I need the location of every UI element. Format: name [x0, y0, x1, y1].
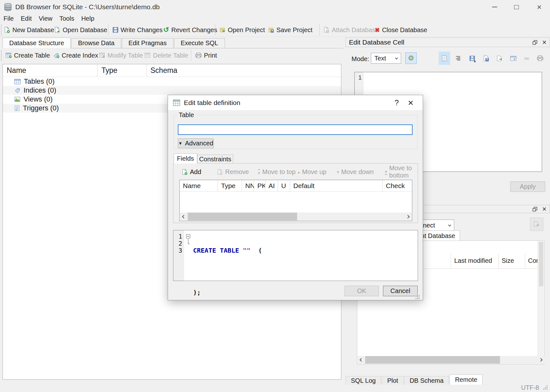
- print-button[interactable]: Print: [195, 49, 217, 61]
- col-nn[interactable]: NN: [242, 180, 254, 192]
- minimize-button[interactable]: [487, 2, 502, 12]
- scrollbar-thumb[interactable]: [365, 356, 500, 364]
- autoswitch-mode-button[interactable]: ⚙: [405, 52, 417, 64]
- scrollbar-thumb[interactable]: [539, 242, 543, 286]
- scroll-left-icon[interactable]: [180, 213, 188, 220]
- move-to-top-button[interactable]: ▴ Move to top: [258, 167, 296, 177]
- word-wrap-icon: [455, 56, 461, 61]
- horizontal-scrollbar[interactable]: [358, 356, 545, 364]
- sql-code: CREATE TABLE "" ( );: [193, 233, 262, 310]
- views-icon: [14, 97, 20, 102]
- move-to-bottom-icon: ▾: [385, 169, 387, 175]
- col-name[interactable]: Name: [180, 180, 218, 192]
- toolbar-drag-handle[interactable]: [1, 50, 2, 61]
- new-database-button[interactable]: New Database: [4, 24, 54, 36]
- scroll-right-icon[interactable]: [537, 356, 545, 364]
- toolbar-drag-handle[interactable]: [1, 24, 2, 35]
- remote-header-commit[interactable]: Commit: [528, 257, 538, 264]
- remove-field-button[interactable]: Remove: [218, 167, 249, 177]
- mode-combobox[interactable]: Text: [371, 53, 401, 64]
- save-project-button[interactable]: Save Project: [268, 24, 312, 36]
- add-field-button[interactable]: Add: [182, 167, 201, 177]
- cancel-button[interactable]: Cancel: [383, 286, 418, 296]
- tab-edit-pragmas[interactable]: Edit Pragmas: [122, 38, 173, 48]
- tab-fields[interactable]: Fields: [174, 153, 197, 164]
- create-index-button[interactable]: Create Index: [53, 49, 98, 61]
- window-resize-grip[interactable]: [547, 385, 547, 386]
- float-panel-icon[interactable]: [533, 40, 537, 45]
- create-table-button[interactable]: Create Table: [6, 49, 50, 61]
- fields-horizontal-scrollbar[interactable]: [180, 213, 412, 220]
- scroll-right-icon[interactable]: [404, 213, 412, 220]
- col-default[interactable]: Default: [290, 180, 383, 192]
- delete-table-button[interactable]: Delete Table: [145, 49, 188, 61]
- tab-constraints[interactable]: Constraints: [197, 155, 233, 163]
- code-fold-icon[interactable]: [186, 234, 190, 238]
- menu-edit[interactable]: Edit: [17, 15, 35, 22]
- write-changes-button[interactable]: Write Changes: [113, 24, 163, 36]
- write-changes-icon: [113, 27, 118, 33]
- move-up-button[interactable]: ▴ Move up: [298, 167, 326, 177]
- column-divider: [525, 254, 525, 269]
- sql-preview: 1 2 3 CREATE TABLE "" ( );: [173, 230, 418, 281]
- menu-help[interactable]: Help: [78, 15, 98, 22]
- menu-tools[interactable]: Tools: [56, 15, 78, 22]
- scrollbar-thumb[interactable]: [188, 213, 297, 220]
- fields-table-header-row: Name Type NN PK AI U Default Check: [180, 180, 412, 192]
- clone-database-button[interactable]: [530, 218, 543, 231]
- tree-header-schema[interactable]: Schema: [147, 64, 341, 77]
- scroll-left-icon[interactable]: [358, 356, 365, 364]
- tree-row-tables[interactable]: Tables (0): [3, 77, 341, 86]
- window-title: DB Browser for SQLite - C:\Users\turne\d…: [15, 3, 160, 11]
- col-type[interactable]: Type: [218, 180, 242, 192]
- save-cell-button[interactable]: ▾: [466, 52, 478, 64]
- dialog-resize-grip[interactable]: [419, 295, 420, 296]
- remote-header-size[interactable]: Size: [502, 257, 514, 264]
- word-wrap-button[interactable]: [452, 52, 464, 64]
- tree-header-name[interactable]: Name: [3, 64, 98, 77]
- tab-database-structure[interactable]: Database Structure: [3, 38, 71, 48]
- toolbar-separator: [108, 24, 108, 35]
- text-view-button[interactable]: [439, 52, 450, 65]
- col-check[interactable]: Check: [383, 180, 412, 192]
- menu-view[interactable]: View: [35, 15, 56, 22]
- maximize-button[interactable]: [509, 2, 524, 12]
- col-pk[interactable]: PK: [254, 180, 265, 192]
- export-cell-button[interactable]: [494, 52, 505, 64]
- attach-database-button[interactable]: Attach Database: [324, 24, 379, 36]
- encoding-indicator[interactable]: UTF-8: [521, 384, 539, 391]
- link-button[interactable]: [521, 52, 533, 64]
- table-name-input[interactable]: [178, 124, 413, 135]
- move-to-bottom-button[interactable]: ▾ Move to bottom: [385, 167, 423, 177]
- close-panel-icon[interactable]: ×: [542, 39, 547, 46]
- remote-header-last-modified[interactable]: Last modified: [454, 257, 492, 264]
- dialog-help-button[interactable]: ?: [390, 97, 404, 108]
- import-cell-button[interactable]: [480, 52, 492, 64]
- ok-button[interactable]: OK: [345, 286, 379, 296]
- move-down-button[interactable]: ▾ Move down: [337, 167, 374, 177]
- float-panel-icon[interactable]: [533, 207, 537, 212]
- vertical-scrollbar[interactable]: [538, 241, 544, 356]
- menu-file[interactable]: File: [0, 15, 17, 22]
- modify-table-button[interactable]: Modify Table: [99, 49, 143, 61]
- move-down-icon: ▾: [337, 170, 339, 174]
- col-u[interactable]: U: [278, 180, 290, 192]
- close-panel-icon[interactable]: ×: [542, 206, 547, 212]
- tree-row-indices[interactable]: Indices (0): [3, 86, 341, 95]
- advanced-button[interactable]: ▼ Advanced: [178, 138, 214, 148]
- tables-icon: [14, 79, 21, 84]
- print-cell-button[interactable]: [534, 52, 546, 64]
- image-view-button[interactable]: [507, 52, 519, 64]
- close-button[interactable]: ×: [532, 2, 547, 12]
- col-ai[interactable]: AI: [265, 180, 278, 192]
- sql-line-1: CREATE TABLE "" (: [193, 247, 262, 254]
- apply-button[interactable]: Apply: [510, 181, 545, 192]
- open-project-button[interactable]: Open Project: [219, 24, 265, 36]
- tab-browse-data[interactable]: Browse Data: [71, 38, 121, 48]
- close-database-button[interactable]: ✖ Close Database: [375, 24, 427, 36]
- tree-header-type[interactable]: Type: [98, 64, 147, 77]
- main-tab-bar: Database Structure Browse Data Edit Prag…: [3, 38, 344, 48]
- tab-execute-sql[interactable]: Execute SQL: [174, 38, 225, 48]
- revert-changes-button[interactable]: ↺ Revert Changes: [163, 24, 217, 36]
- dialog-close-button[interactable]: ×: [404, 97, 418, 108]
